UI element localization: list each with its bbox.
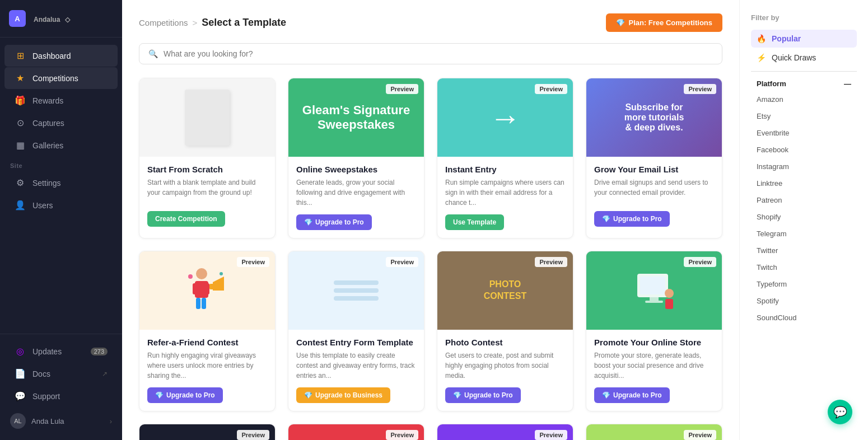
card-desc: Use this template to easily create conte… — [296, 350, 416, 381]
user-row[interactable]: AL Anda Lula › — [0, 408, 122, 434]
filter-item-soundcloud[interactable]: SoundCloud — [751, 310, 857, 326]
card-image-email: Preview Subscribe formore tutorials& dee… — [586, 78, 722, 157]
sidebar-bottom: ◎ Updates 273 📄 Docs ↗ 💬 Support AL Anda… — [0, 334, 122, 440]
preview-badge[interactable]: Preview — [386, 257, 418, 267]
breadcrumb-parent[interactable]: Competitions — [139, 18, 188, 27]
upgrade-pro-button[interactable]: 💎 Upgrade to Pro — [445, 387, 521, 403]
preview-badge[interactable]: Preview — [386, 430, 418, 440]
create-competition-button[interactable]: Create Competition — [147, 211, 225, 227]
preview-badge[interactable]: Preview — [684, 430, 716, 440]
preview-badge[interactable]: Preview — [237, 257, 269, 267]
sidebar-item-users[interactable]: 👤 Users — [4, 194, 118, 216]
filter-item-facebook[interactable]: Facebook — [751, 142, 857, 158]
refer-illustration — [185, 265, 230, 316]
filter-item-linktree[interactable]: Linktree — [751, 175, 857, 191]
filter-item-instagram[interactable]: Instagram — [751, 158, 857, 175]
sidebar-item-label: Rewards — [32, 96, 63, 105]
gift-icon: 🎁 — [15, 95, 26, 106]
filter-item-telegram[interactable]: Telegram — [751, 226, 857, 242]
preview-badge[interactable]: Preview — [535, 430, 567, 440]
sidebar-item-settings[interactable]: ⚙ Settings — [4, 172, 118, 194]
preview-badge[interactable]: Preview — [535, 84, 567, 94]
preview-badge[interactable]: Preview — [535, 257, 567, 267]
sidebar-item-competitions[interactable]: ★ Competitions — [4, 67, 118, 89]
card-body: Contest Entry Form Template Use this tem… — [288, 330, 424, 411]
card-body: Instant Entry Run simple campaigns where… — [437, 157, 573, 238]
sidebar-item-docs[interactable]: 📄 Docs ↗ — [4, 363, 118, 385]
sidebar-item-label: Docs — [32, 369, 50, 378]
external-icon: ↗ — [102, 370, 108, 378]
sidebar-item-support[interactable]: 💬 Support — [4, 385, 118, 407]
scratch-doc-icon — [185, 90, 230, 146]
filter-item-etsy[interactable]: Etsy — [751, 108, 857, 124]
filter-panel: Filter by 🔥 Popular ⚡ Quick Draws Platfo… — [739, 0, 868, 440]
card-desc: Promote your store, generate leads, boos… — [594, 350, 714, 381]
bottom-card-image-4: Preview — [586, 424, 722, 440]
filter-item-label: Popular — [772, 34, 801, 43]
card-title: Start From Scratch — [147, 165, 267, 174]
card-title: Refer-a-Friend Contest — [147, 338, 267, 347]
diamond-icon: 💎 — [155, 391, 164, 399]
diamond-icon: 💎 — [453, 391, 461, 399]
filter-item-twitter[interactable]: Twitter — [751, 242, 857, 259]
card-title: Grow Your Email List — [594, 165, 714, 174]
preview-badge[interactable]: Preview — [386, 84, 418, 94]
sidebar-item-updates[interactable]: ◎ Updates 273 — [4, 340, 118, 362]
sidebar: A Andalua ◇ ⊞ Dashboard ★ Competitions 🎁… — [0, 0, 122, 440]
store-illustration — [629, 263, 679, 319]
filter-item-popular[interactable]: 🔥 Popular — [751, 30, 857, 48]
sidebar-item-label: Support — [32, 392, 60, 401]
upgrade-pro-button[interactable]: 💎 Upgrade to Pro — [296, 214, 372, 230]
updates-icon: ◎ — [15, 346, 26, 357]
preview-badge[interactable]: Preview — [684, 84, 716, 94]
preview-badge[interactable]: Preview — [237, 430, 269, 440]
template-card-scratch: Start From Scratch Start with a blank te… — [139, 78, 276, 238]
plan-button[interactable]: 💎 Plan: Free Competitions — [606, 13, 722, 32]
avatar: AL — [10, 413, 26, 429]
upgrade-pro-button[interactable]: 💎 Upgrade to Pro — [594, 211, 670, 227]
filter-item-patreon[interactable]: Patreon — [751, 192, 857, 208]
upgrade-pro-button[interactable]: 💎 Upgrade to Pro — [147, 387, 223, 403]
filter-item-eventbrite[interactable]: Eventbrite — [751, 125, 857, 141]
svg-rect-4 — [196, 298, 200, 309]
user-name: Anda Lula — [31, 417, 64, 425]
upgrade-pro-button[interactable]: 💎 Upgrade to Pro — [594, 387, 670, 403]
filter-item-shopify[interactable]: Shopify — [751, 209, 857, 225]
svg-point-8 — [188, 274, 193, 279]
svg-rect-11 — [640, 277, 665, 294]
template-card-contest-form: Preview Contest Entry Form Template Use … — [288, 251, 424, 411]
search-input[interactable] — [164, 49, 713, 58]
search-bar[interactable]: 🔍 — [139, 43, 722, 64]
sidebar-item-rewards[interactable]: 🎁 Rewards — [4, 90, 118, 111]
top-bar: Competitions > Select a Template 💎 Plan:… — [139, 13, 722, 32]
bottom-card-4: Preview — [586, 424, 722, 440]
card-image-contest-form: Preview — [288, 251, 424, 330]
filter-item-amazon[interactable]: Amazon — [751, 91, 857, 107]
svg-rect-15 — [665, 299, 673, 309]
sidebar-item-label: Galleries — [32, 141, 63, 150]
bottom-card-3: Preview — [437, 424, 573, 440]
fire-icon: 🔥 — [757, 34, 766, 43]
card-title: Photo Contest — [445, 338, 565, 347]
gallery-icon: ▦ — [15, 140, 26, 151]
chat-fab[interactable]: 💬 — [828, 400, 852, 424]
card-desc: Generate leads, grow your social followi… — [296, 177, 416, 208]
card-body: Photo Contest Get users to create, post … — [437, 330, 573, 411]
email-image-text: Subscribe formore tutorials& deep dives. — [619, 97, 690, 138]
sidebar-item-galleries[interactable]: ▦ Galleries — [4, 134, 118, 156]
diamond-icon: 💎 — [602, 391, 610, 399]
sidebar-item-captures[interactable]: ⊙ Captures — [4, 112, 118, 134]
card-body: Start From Scratch Start with a blank te… — [139, 157, 275, 235]
filter-item-quick-draws[interactable]: ⚡ Quick Draws — [751, 49, 857, 67]
card-body: Grow Your Email List Drive email signups… — [586, 157, 722, 235]
preview-badge[interactable]: Preview — [684, 257, 716, 267]
sidebar-item-dashboard[interactable]: ⊞ Dashboard — [4, 45, 118, 67]
use-template-button[interactable]: Use Template — [445, 214, 504, 230]
users-icon: 👤 — [15, 200, 26, 210]
svg-point-14 — [665, 289, 674, 298]
filter-item-twitch[interactable]: Twitch — [751, 259, 857, 275]
filter-item-spotify[interactable]: Spotify — [751, 293, 857, 309]
filter-item-typeform[interactable]: Typeform — [751, 276, 857, 292]
svg-rect-7 — [209, 284, 214, 289]
upgrade-business-button[interactable]: 💎 Upgrade to Business — [296, 387, 390, 403]
